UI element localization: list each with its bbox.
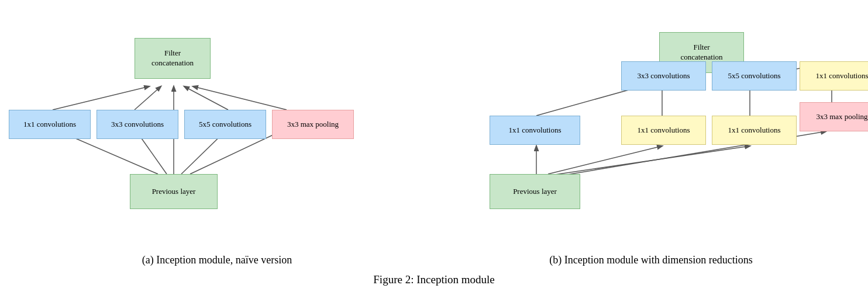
- left-maxpool: 3x3 max pooling: [272, 110, 354, 139]
- right-conv1x1-direct: 1x1 convolutions: [490, 116, 580, 145]
- main-container: Filterconcatenation 1x1 convolutions 3x3…: [0, 0, 868, 292]
- svg-line-6: [135, 86, 161, 110]
- left-conv5x5: 5x5 convolutions: [184, 110, 266, 139]
- right-maxpool: 3x3 max pooling: [800, 102, 868, 131]
- right-caption: (b) Inception module with dimension redu…: [549, 249, 752, 269]
- right-conv1x1-r1: 1x1 convolutions: [621, 116, 706, 145]
- left-diagram-canvas: Filterconcatenation 1x1 convolutions 3x3…: [0, 6, 434, 249]
- right-conv5x5: 5x5 convolutions: [712, 61, 797, 91]
- diagrams-row: Filterconcatenation 1x1 convolutions 3x3…: [0, 0, 868, 269]
- left-diagram-section: Filterconcatenation 1x1 convolutions 3x3…: [0, 6, 434, 269]
- svg-line-8: [193, 86, 287, 110]
- right-conv3x3: 3x3 convolutions: [621, 61, 706, 91]
- right-conv1x1-out: 1x1 convolutions: [800, 61, 868, 91]
- right-diagram-canvas: Filterconcatenation 1x1 convolutions 3x3…: [434, 6, 868, 249]
- right-conv1x1-r2: 1x1 convolutions: [712, 116, 797, 145]
- right-diagram-section: Filterconcatenation 1x1 convolutions 3x3…: [434, 6, 868, 269]
- left-prev-layer: Previous layer: [130, 174, 218, 209]
- svg-line-11: [551, 146, 750, 175]
- right-prev-layer: Previous layer: [490, 174, 580, 209]
- left-caption: (a) Inception module, naïve version: [142, 249, 292, 269]
- figure-caption: Figure 2: Inception module: [0, 269, 868, 292]
- svg-line-7: [184, 86, 228, 110]
- svg-line-10: [548, 146, 662, 174]
- left-filter-concat: Filterconcatenation: [135, 38, 211, 79]
- left-conv1x1: 1x1 convolutions: [9, 110, 91, 139]
- svg-line-5: [53, 86, 149, 110]
- left-conv3x3: 3x3 convolutions: [97, 110, 178, 139]
